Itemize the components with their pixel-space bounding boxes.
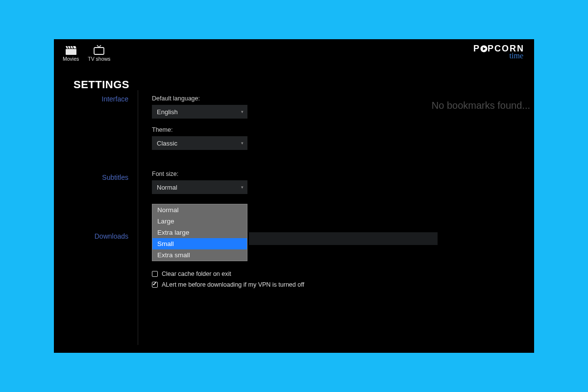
sidebar-item-subtitles[interactable]: Subtitles [74, 173, 132, 181]
fontsize-option-large[interactable]: Large [152, 216, 247, 227]
page-title: SETTINGS [54, 68, 534, 95]
clear-cache-checkbox[interactable] [152, 271, 158, 277]
svg-rect-0 [66, 49, 76, 55]
theme-label: Theme: [152, 126, 247, 133]
empty-bookmarks-message: No bookmarks found... [432, 100, 534, 111]
top-navbar: Movies TV shows PPCORN time [54, 39, 534, 68]
sidebar-item-interface[interactable]: Interface [74, 95, 132, 103]
theme-select[interactable]: Classic [152, 136, 247, 150]
vpn-alert-checkbox[interactable] [152, 282, 158, 288]
language-label: Default language: [152, 95, 247, 102]
fontsize-option-small[interactable]: Small [152, 238, 247, 249]
svg-rect-7 [94, 48, 104, 54]
fontsize-option-extra-small[interactable]: Extra small [152, 249, 247, 261]
app-window: Movies TV shows PPCORN time No bookmarks… [54, 39, 534, 353]
clear-cache-label: Clear cache folder on exit [162, 270, 231, 277]
fontsize-select[interactable]: Normal [152, 180, 247, 194]
language-select-value: English [157, 108, 178, 116]
language-select[interactable]: English [152, 105, 247, 119]
sidebar-item-downloads[interactable]: Downloads [74, 232, 132, 240]
fontsize-select-value: Normal [157, 184, 177, 191]
tv-icon [93, 45, 105, 55]
fontsize-option-extra-large[interactable]: Extra large [152, 227, 247, 238]
fontsize-option-normal[interactable]: Normal [152, 204, 247, 216]
cache-path-field[interactable] [249, 232, 438, 245]
nav-movies-label: Movies [63, 56, 79, 62]
nav-tvshows-label: TV shows [88, 56, 110, 62]
clear-cache-row: Clear cache folder on exit [152, 270, 372, 277]
nav-movies[interactable]: Movies [63, 45, 79, 62]
nav-tvshows[interactable]: TV shows [88, 45, 110, 62]
clapperboard-icon [65, 45, 77, 55]
vpn-alert-label: ALert me before downloading if my VPN is… [162, 281, 304, 288]
brand-logo: PPCORN time [473, 44, 524, 60]
settings-main: Default language: English Theme: Classic… [132, 95, 247, 311]
theme-select-value: Classic [157, 140, 177, 147]
play-circle-icon [480, 45, 488, 54]
fontsize-dropdown: Normal Large Extra large Small Extra sma… [152, 204, 247, 261]
fontsize-label: Font size: [152, 171, 247, 177]
vpn-alert-row: ALert me before downloading if my VPN is… [152, 281, 372, 288]
settings-sidebar: Interface Subtitles Downloads [74, 95, 132, 311]
settings-content: Interface Subtitles Downloads Default la… [54, 95, 534, 311]
